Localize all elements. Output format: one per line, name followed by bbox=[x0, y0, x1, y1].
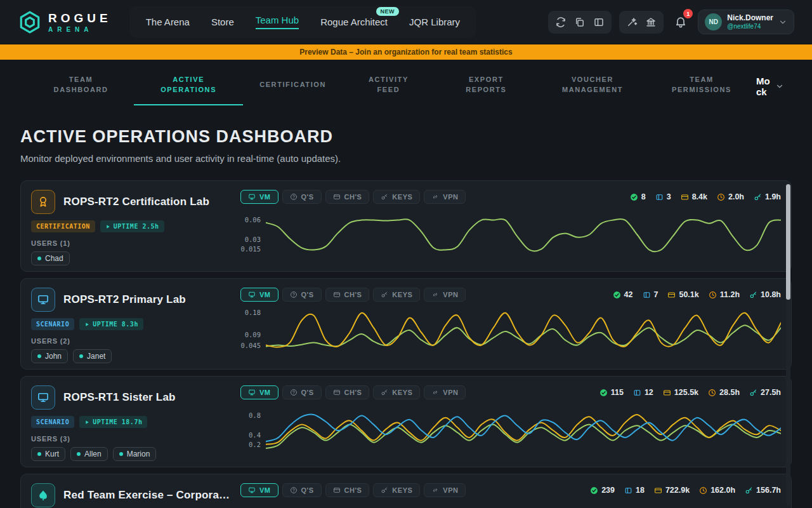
tab-vm[interactable]: VM bbox=[240, 288, 278, 302]
play-icon bbox=[84, 322, 89, 327]
play-icon bbox=[105, 224, 110, 229]
operation-card-primary-lab: ROPS-RT2 Primary Lab SCENARIO UPTIME 8.3… bbox=[20, 278, 792, 370]
stat-key-hours: 10.8h bbox=[749, 290, 781, 299]
question-icon bbox=[290, 193, 298, 201]
card-stats: 8 3 8.4k 2.0h 1.9h bbox=[630, 192, 781, 201]
chart-y-ticks: 0.180.090.045 bbox=[240, 305, 266, 360]
card-icon bbox=[333, 291, 341, 298]
key-icon bbox=[749, 389, 757, 397]
tab-vpn[interactable]: VPN bbox=[424, 385, 466, 399]
online-dot bbox=[37, 257, 41, 260]
stat-completed: 42 bbox=[613, 290, 633, 299]
rogue-arena-logo[interactable]: ROGUE ARENA bbox=[18, 10, 112, 34]
users-label: USERS (2) bbox=[31, 337, 240, 345]
stat-credits: 125.5k bbox=[663, 388, 698, 397]
bank-icon bbox=[645, 17, 657, 28]
tab-questions[interactable]: Q'S bbox=[282, 483, 322, 497]
preview-data-banner: Preview Data – Join an organization for … bbox=[0, 44, 812, 60]
check-circle-icon bbox=[590, 486, 598, 495]
tab-active-operations[interactable]: ACTIVE OPERATIONS bbox=[134, 68, 243, 105]
nav-store[interactable]: Store bbox=[211, 17, 234, 27]
tab-questions[interactable]: Q'S bbox=[282, 288, 322, 302]
operation-card-sister-lab: ROPS-RT1 Sister Lab SCENARIO UPTIME 18.7… bbox=[20, 376, 792, 467]
check-circle-icon bbox=[630, 193, 638, 201]
tab-vm[interactable]: VM bbox=[240, 190, 278, 204]
type-badge: CERTIFICATION bbox=[31, 220, 95, 232]
uptime-badge: UPTIME 2.5h bbox=[100, 220, 164, 232]
tab-vpn[interactable]: VPN bbox=[424, 483, 466, 497]
monitor-icon bbox=[248, 486, 256, 494]
online-dot bbox=[37, 452, 41, 456]
key-icon bbox=[381, 486, 388, 494]
notification-count-badge: 1 bbox=[683, 9, 693, 18]
tab-voucher-management[interactable]: VOUCHER MANAGEMENT bbox=[538, 68, 647, 105]
stat-completed: 115 bbox=[599, 388, 624, 397]
tab-keys[interactable]: KEYS bbox=[373, 385, 420, 399]
online-dot bbox=[119, 452, 123, 456]
logo-text-rogue: ROGUE bbox=[48, 11, 112, 25]
tab-team-dashboard[interactable]: TEAM DASHBOARD bbox=[28, 68, 134, 105]
card-icon bbox=[333, 193, 341, 201]
vpn-link-icon bbox=[431, 486, 439, 494]
online-dot bbox=[37, 354, 41, 358]
stat-credits: 8.4k bbox=[681, 192, 707, 201]
tab-vpn[interactable]: VPN bbox=[424, 190, 466, 204]
tab-certification[interactable]: CERTIFICATION bbox=[243, 73, 343, 100]
play-icon bbox=[84, 420, 89, 425]
tab-vm[interactable]: VM bbox=[240, 483, 278, 497]
tab-team-permissions[interactable]: TEAM PERMISSIONS bbox=[647, 68, 756, 105]
nav-the-arena[interactable]: The Arena bbox=[146, 17, 190, 27]
chart-y-ticks: 0.80.40.2 bbox=[240, 403, 266, 458]
nav-rogue-architect[interactable]: Rogue Architect NEW bbox=[320, 17, 388, 27]
tab-vm[interactable]: VM bbox=[240, 385, 278, 399]
banner-text: Preview Data – Join an organization for … bbox=[299, 48, 512, 57]
vpn-link-icon bbox=[431, 193, 439, 201]
user-chip: Chad bbox=[31, 251, 70, 265]
key-icon bbox=[754, 193, 762, 201]
clock-icon bbox=[709, 291, 717, 299]
bank-button[interactable] bbox=[643, 15, 658, 30]
tab-keys[interactable]: KEYS bbox=[373, 483, 420, 497]
users-label: USERS (1) bbox=[31, 239, 240, 247]
user-name: Nick.Downer bbox=[727, 14, 773, 23]
tab-vpn[interactable]: VPN bbox=[424, 288, 466, 302]
stat-machines: 7 bbox=[643, 290, 658, 299]
stat-machines: 12 bbox=[633, 388, 653, 397]
stat-credits: 50.1k bbox=[667, 290, 698, 299]
tab-questions[interactable]: Q'S bbox=[282, 385, 322, 399]
page-title: ACTIVE OPERATIONS DASHBOARD bbox=[20, 127, 792, 147]
layout-columns-button[interactable] bbox=[591, 15, 606, 30]
stat-key-hours: 27.5h bbox=[749, 388, 781, 397]
resource-tabs: VM Q'S CH'S KEYS VPN bbox=[240, 483, 466, 497]
magic-wand-button[interactable] bbox=[624, 15, 639, 30]
tab-challenges[interactable]: CH'S bbox=[325, 385, 370, 399]
tab-export-reports[interactable]: EXPORT REPORTS bbox=[435, 68, 538, 105]
tab-keys[interactable]: KEYS bbox=[373, 190, 420, 204]
card-icon bbox=[333, 486, 341, 494]
monitor-icon bbox=[31, 288, 55, 312]
operations-card-list: ROPS-RT2 Certification Lab CERTIFICATION… bbox=[20, 180, 792, 508]
user-menu[interactable]: ND Nick.Downer @nextlife74 bbox=[698, 10, 794, 34]
tab-keys[interactable]: KEYS bbox=[373, 288, 420, 302]
monitor-icon bbox=[248, 389, 256, 396]
stat-hours: 28.5h bbox=[708, 388, 740, 397]
tab-questions[interactable]: Q'S bbox=[282, 190, 322, 204]
tab-activity-feed[interactable]: ACTIVITY FEED bbox=[343, 68, 435, 105]
type-badge: SCENARIO bbox=[31, 416, 74, 428]
view-mode-select[interactable]: Mock bbox=[756, 76, 784, 98]
nav-team-hub[interactable]: Team Hub bbox=[256, 15, 299, 29]
copy-pages-button[interactable] bbox=[572, 15, 587, 30]
sync-button[interactable] bbox=[553, 15, 568, 30]
nav-jqr-library[interactable]: JQR Library bbox=[409, 17, 460, 27]
tab-challenges[interactable]: CH'S bbox=[325, 483, 370, 497]
user-handle: @nextlife74 bbox=[727, 23, 773, 30]
tab-challenges[interactable]: CH'S bbox=[325, 190, 370, 204]
usage-line-chart bbox=[266, 208, 781, 262]
card-title: ROPS-RT2 Certification Lab bbox=[63, 196, 209, 208]
top-navbar: ROGUE ARENA The Arena Store Team Hub Rog… bbox=[0, 0, 812, 44]
tab-challenges[interactable]: CH'S bbox=[325, 288, 370, 302]
scrollbar-thumb[interactable] bbox=[786, 184, 790, 300]
operation-card-red-team-exercise: Red Team Exercise – Corpora… VM Q'S CH'S… bbox=[20, 474, 792, 508]
card-title: Red Team Exercise – Corpora… bbox=[63, 489, 230, 502]
stat-credits: 722.9k bbox=[654, 486, 690, 495]
